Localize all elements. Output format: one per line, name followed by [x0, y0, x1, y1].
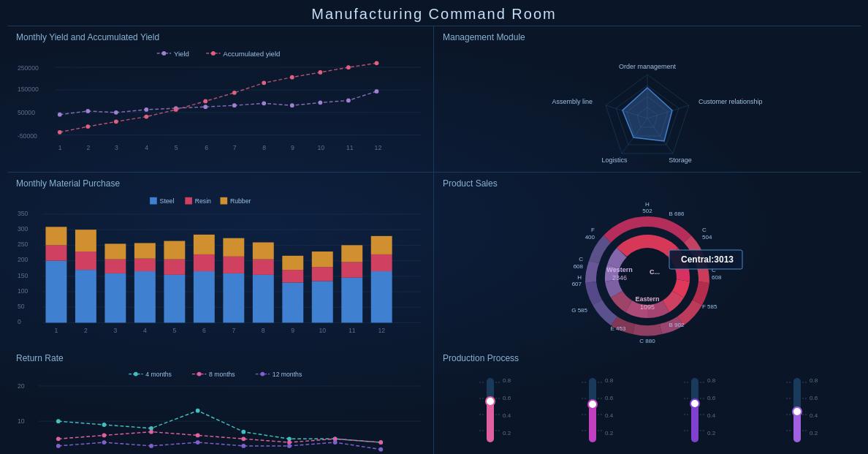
svg-rect-104: [164, 260, 185, 275]
svg-rect-243: [691, 404, 698, 442]
svg-point-196: [241, 436, 245, 441]
svg-marker-59: [623, 88, 672, 141]
svg-rect-125: [312, 251, 333, 267]
svg-point-201: [102, 440, 107, 444]
svg-point-184: [56, 419, 61, 423]
svg-text:12: 12: [378, 327, 385, 334]
svg-point-42: [174, 107, 178, 112]
svg-text:608: 608: [712, 274, 722, 281]
svg-text:0.2: 0.2: [810, 430, 818, 436]
svg-point-34: [290, 103, 294, 107]
svg-rect-128: [341, 262, 362, 278]
svg-text:0.2: 0.2: [707, 430, 716, 436]
svg-text:12 months: 12 months: [273, 371, 302, 378]
svg-text:8: 8: [262, 144, 266, 151]
svg-text:5: 5: [175, 144, 178, 151]
svg-text:0.4: 0.4: [810, 412, 818, 419]
svg-text:B 686: B 686: [669, 211, 685, 217]
svg-text:6: 6: [205, 144, 208, 151]
svg-rect-112: [223, 257, 244, 273]
svg-rect-116: [253, 260, 274, 275]
svg-point-48: [346, 65, 351, 69]
management-module-chart: Order management Customer relationship S…: [443, 45, 852, 173]
svg-text:1: 1: [55, 327, 58, 334]
svg-text:100: 100: [18, 287, 28, 295]
svg-text:250000: 250000: [18, 64, 39, 72]
monthly-yield-chart: Yield Accumulated yield 250000 150000 50…: [16, 45, 425, 173]
svg-point-207: [378, 447, 383, 452]
svg-point-37: [375, 89, 379, 94]
svg-rect-120: [282, 270, 303, 282]
svg-rect-99: [134, 271, 156, 322]
svg-text:9: 9: [291, 327, 294, 334]
svg-rect-213: [487, 401, 494, 442]
return-rate-title: Return Rate: [16, 353, 425, 363]
svg-rect-103: [164, 275, 185, 323]
svg-text:0.4: 0.4: [707, 412, 716, 419]
monthly-yield-title: Monthly Yield and Accumulated Yield: [16, 32, 425, 42]
svg-text:C: C: [702, 227, 707, 233]
svg-rect-107: [194, 271, 215, 322]
svg-rect-124: [312, 267, 333, 281]
svg-point-28: [114, 110, 118, 115]
return-rate-panel: Return Rate 4 months 8 months 12 months …: [7, 347, 434, 454]
svg-text:1: 1: [58, 144, 62, 151]
svg-text:0.8: 0.8: [605, 377, 614, 384]
svg-text:0.4: 0.4: [503, 412, 511, 419]
svg-text:3: 3: [115, 144, 118, 151]
svg-point-41: [144, 115, 148, 119]
svg-text:0: 0: [18, 318, 21, 325]
svg-rect-129: [341, 245, 362, 262]
svg-text:Rubber: Rubber: [230, 198, 251, 205]
product-sales-chart: Western 2346 C... Eastern 1095 H 502 B 6…: [443, 192, 852, 352]
svg-text:Customer relationship: Customer relationship: [698, 98, 763, 105]
svg-text:0.8: 0.8: [810, 377, 818, 384]
svg-point-44: [232, 91, 237, 95]
svg-point-29: [144, 107, 148, 112]
svg-text:Assembly line: Assembly line: [552, 98, 593, 105]
svg-text:150: 150: [18, 272, 28, 279]
svg-point-229: [588, 400, 597, 409]
svg-text:F 585: F 585: [702, 303, 717, 310]
svg-text:Resin: Resin: [195, 198, 211, 205]
svg-text:50000: 50000: [18, 109, 35, 116]
svg-text:E 453: E 453: [611, 325, 626, 332]
svg-rect-69: [221, 197, 228, 205]
svg-text:8: 8: [262, 327, 265, 334]
svg-point-40: [114, 119, 118, 124]
svg-text:150000: 150000: [18, 86, 39, 93]
assembling-gauge: 0.8 0.6 0.4 0.2 Assembling: [567, 369, 625, 454]
svg-point-244: [690, 399, 699, 408]
svg-text:4: 4: [145, 144, 148, 151]
svg-text:504: 504: [702, 234, 712, 241]
svg-text:200: 200: [18, 257, 28, 264]
svg-text:6: 6: [202, 327, 206, 334]
svg-point-4: [211, 51, 216, 56]
svg-rect-228: [589, 404, 596, 442]
svg-text:2: 2: [84, 327, 88, 334]
svg-rect-108: [194, 254, 215, 271]
svg-rect-109: [194, 235, 215, 254]
svg-rect-127: [341, 278, 362, 323]
main-title: Manufacturing Command Room: [0, 0, 868, 26]
testing-gauge: 0.8 0.6 0.4 0.2 Testing: [772, 369, 830, 454]
svg-point-47: [318, 70, 322, 75]
svg-rect-132: [371, 254, 392, 271]
svg-text:4 months: 4 months: [145, 371, 172, 378]
svg-point-33: [262, 101, 266, 105]
svg-text:C...: C...: [650, 268, 660, 276]
svg-rect-67: [185, 197, 192, 205]
svg-text:11: 11: [346, 144, 354, 151]
svg-point-188: [241, 430, 245, 434]
svg-text:H: H: [577, 274, 582, 281]
svg-point-46: [290, 75, 294, 80]
svg-point-39: [85, 124, 90, 129]
svg-point-165: [197, 372, 202, 377]
painting-gauge: 0.8 0.6 0.4 0.2 Painting: [669, 369, 728, 454]
svg-text:11: 11: [349, 327, 356, 334]
product-sales-title: Product Sales: [443, 178, 852, 189]
svg-text:12: 12: [375, 144, 382, 151]
svg-text:Eastern: Eastern: [635, 295, 659, 303]
svg-point-194: [149, 430, 153, 434]
svg-point-31: [203, 105, 208, 109]
